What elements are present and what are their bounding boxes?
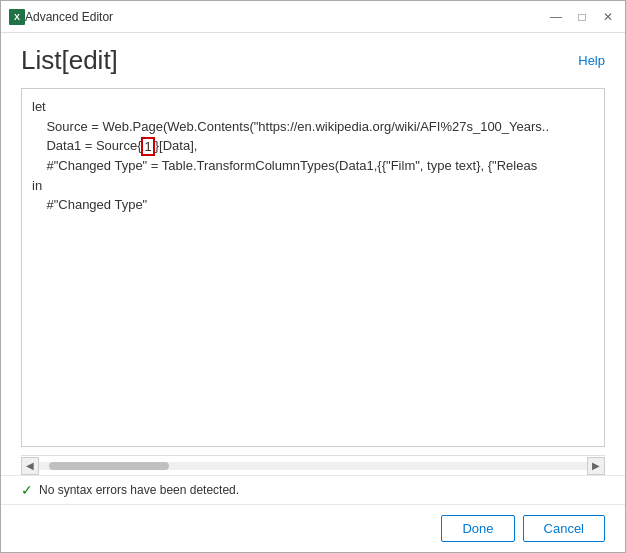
page-title: List[edit] xyxy=(21,45,118,76)
status-bar: ✓ No syntax errors have been detected. xyxy=(1,475,625,504)
status-check-icon: ✓ xyxy=(21,482,33,498)
editor-container[interactable]: let Source = Web.Page(Web.Contents("http… xyxy=(21,88,605,447)
done-button[interactable]: Done xyxy=(441,515,514,542)
scroll-thumb[interactable] xyxy=(49,462,169,470)
title-bar: X Advanced Editor — □ ✕ xyxy=(1,1,625,33)
title-bar-controls: — □ ✕ xyxy=(547,8,617,26)
code-line-6: #"Changed Type" xyxy=(32,195,594,215)
code-line-5: in xyxy=(32,176,594,196)
status-message: No syntax errors have been detected. xyxy=(39,483,239,497)
close-button[interactable]: ✕ xyxy=(599,8,617,26)
help-link[interactable]: Help xyxy=(578,45,605,68)
header-section: List[edit] Help xyxy=(1,33,625,80)
maximize-button[interactable]: □ xyxy=(573,8,591,26)
code-editor[interactable]: let Source = Web.Page(Web.Contents("http… xyxy=(22,89,604,446)
footer-buttons: Done Cancel xyxy=(1,504,625,552)
code-line-3: Data1 = Source{1}[Data], xyxy=(32,136,594,156)
code-line-2: Source = Web.Page(Web.Contents("https://… xyxy=(32,117,594,137)
code-line-4: #"Changed Type" = Table.TransformColumnT… xyxy=(32,156,594,176)
scroll-left-arrow[interactable]: ◀ xyxy=(21,457,39,475)
highlight-box: 1 xyxy=(141,137,154,157)
scroll-track[interactable] xyxy=(39,462,587,470)
advanced-editor-window: X Advanced Editor — □ ✕ List[edit] Help … xyxy=(0,0,626,553)
horizontal-scrollbar[interactable]: ◀ ▶ xyxy=(21,455,605,475)
cancel-button[interactable]: Cancel xyxy=(523,515,605,542)
app-icon: X xyxy=(9,9,25,25)
scroll-right-arrow[interactable]: ▶ xyxy=(587,457,605,475)
minimize-button[interactable]: — xyxy=(547,8,565,26)
content-area: List[edit] Help let Source = Web.Page(We… xyxy=(1,33,625,552)
code-line-1: let xyxy=(32,97,594,117)
title-bar-text: Advanced Editor xyxy=(25,10,547,24)
